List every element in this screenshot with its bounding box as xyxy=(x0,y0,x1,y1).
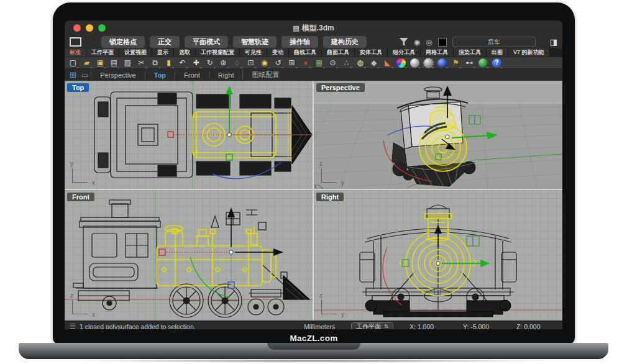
cplane-icon[interactable]: ⊙ xyxy=(328,58,337,68)
window-title: ▤模型.3dm xyxy=(65,23,562,34)
lock-icon[interactable]: ◆ xyxy=(369,58,378,68)
pan-hand-icon[interactable]: ✚ xyxy=(191,58,201,68)
ribbon-tab-bar: 标准工作平面设置视图显示选取工作视窗配置可见性变动曲线工具曲面工具实体工具细分工… xyxy=(65,48,562,57)
viewport-layout-icon[interactable]: ⊞ xyxy=(287,58,296,68)
mode-toggle-button[interactable]: 智慧轨迹 xyxy=(233,36,277,48)
zoom-extents-icon[interactable]: ↺ xyxy=(273,58,283,68)
main-toolbar: ▢▰▣▤▨✂⧉▮↶✚↻⊕◌⊡◉↺⊞●▦⊙∴◍◆◣⚑⊷? xyxy=(65,57,562,69)
render-sphere-icon[interactable] xyxy=(410,58,419,68)
zoom-window-icon[interactable]: ⊡ xyxy=(246,58,255,68)
chevron-updown-icon: ⇅ xyxy=(384,324,388,329)
mode-toggle-button[interactable]: 平面模式 xyxy=(185,36,228,48)
material-sphere-icon[interactable] xyxy=(437,58,447,68)
hierarchy-icon[interactable]: ⊷ xyxy=(465,58,474,68)
ribbon-tab[interactable]: 渲染工具 xyxy=(454,48,487,57)
coord-x[interactable]: X: 1.000 xyxy=(410,323,447,330)
copy-icon[interactable]: ⧉ xyxy=(150,58,160,68)
single-viewport-icon[interactable]: ▭ xyxy=(81,71,88,80)
axis-indicator-right: z y xyxy=(321,300,337,314)
ribbon-tab[interactable]: 可见性 xyxy=(240,48,267,57)
viewport-tab[interactable]: Front xyxy=(175,71,209,79)
model-right-view[interactable] xyxy=(314,190,562,321)
cut-icon[interactable]: ✂ xyxy=(137,58,146,68)
viewport-tab-bar: ⊞ ▭ PerspectiveTopFrontRight图纸配置 xyxy=(65,69,562,81)
model-top-view[interactable] xyxy=(65,81,313,189)
paste-icon[interactable]: ▮ xyxy=(164,58,173,68)
zoom-selected-icon[interactable]: ◉ xyxy=(260,58,269,68)
undo-icon[interactable]: ↶ xyxy=(178,58,187,68)
print-icon[interactable]: ▤ xyxy=(109,58,119,68)
rotate-view-icon[interactable]: ↻ xyxy=(205,58,214,68)
earth-icon[interactable] xyxy=(478,58,488,68)
viewport-perspective-label[interactable]: Perspective xyxy=(316,83,365,92)
ribbon-tab[interactable]: V7 的新功能 xyxy=(508,48,550,57)
shaded-view-icon[interactable]: ◣ xyxy=(383,58,392,68)
color-swatch[interactable] xyxy=(438,38,447,47)
new-file-icon[interactable]: ▢ xyxy=(68,58,78,68)
render-region-icon[interactable] xyxy=(424,58,433,68)
ribbon-tab[interactable]: 曲面工具 xyxy=(322,48,355,57)
viewport-tab[interactable]: Perspective xyxy=(91,71,144,79)
viewport-perspective[interactable]: Perspective xyxy=(314,81,562,189)
car-icon[interactable]: ● xyxy=(301,58,310,68)
filter-input[interactable] xyxy=(452,37,536,47)
mode-toggle-button[interactable]: 建构历史 xyxy=(323,36,367,48)
save-icon[interactable]: ▣ xyxy=(96,58,105,68)
cplane-dropdown[interactable]: 工作平面 ⇅ xyxy=(351,322,393,329)
panel-icon[interactable] xyxy=(70,37,81,47)
axis-indicator-front: z x xyxy=(72,300,88,314)
laptop-shadow xyxy=(75,359,553,363)
sidebar-toggle-icon[interactable]: ◨ xyxy=(550,38,557,46)
zoom-in-icon[interactable]: ⊕ xyxy=(219,58,228,68)
ribbon-tab[interactable]: 曲线工具 xyxy=(289,48,322,57)
ribbon-tab[interactable]: 变动 xyxy=(267,48,289,57)
target-circle-icon[interactable]: ◎ xyxy=(426,39,432,46)
viewport-tab[interactable]: 图纸配置 xyxy=(242,70,288,80)
viewport-right[interactable]: Right xyxy=(314,190,562,321)
ribbon-tab[interactable]: 实体工具 xyxy=(355,48,388,57)
viewport-front[interactable]: Front xyxy=(65,190,313,321)
viewport-area: Top xyxy=(65,81,562,321)
viewport-front-label[interactable]: Front xyxy=(67,193,94,201)
viewport-top-label[interactable]: Top xyxy=(67,83,89,92)
mode-toggle-button[interactable]: 正交 xyxy=(150,36,180,48)
ribbon-tab[interactable]: 设置视图 xyxy=(119,48,152,57)
points-icon[interactable]: ∴ xyxy=(342,58,351,68)
selection-filter-icon[interactable] xyxy=(400,38,408,46)
model-perspective-view[interactable] xyxy=(314,81,562,189)
axis-indicator-perspective: z y x xyxy=(321,168,337,183)
viewport-tab[interactable]: Right xyxy=(209,71,243,79)
ribbon-tab[interactable]: 细分工具 xyxy=(388,48,421,57)
open-file-icon[interactable]: ▰ xyxy=(82,58,91,68)
ribbon-tab[interactable]: 选取 xyxy=(174,48,196,57)
annotate-page-icon[interactable]: ▨ xyxy=(123,58,132,68)
document-icon: ▤ xyxy=(293,24,299,32)
laptop-brand-text: MacZL.com xyxy=(53,334,575,343)
ribbon-tab[interactable]: 出图 xyxy=(487,48,508,57)
coord-z[interactable]: Z: 0.000 xyxy=(516,323,554,330)
light-icon[interactable]: ◍ xyxy=(355,58,365,68)
coord-y[interactable]: Y: -5.000 xyxy=(463,323,500,330)
ribbon-tab[interactable]: 标准 xyxy=(65,48,86,57)
four-viewport-icon[interactable]: ⊞ xyxy=(70,70,76,80)
map-icon[interactable]: ▦ xyxy=(314,58,324,68)
units-label[interactable]: Millimeters xyxy=(304,323,335,330)
viewport-right-label[interactable]: Right xyxy=(316,193,344,201)
record-dot-icon[interactable]: ◉ xyxy=(414,39,420,46)
rhino-app-window: ▤模型.3dm 锁定格点正交平面模式智慧轨迹操作轴建构历史 ◉ ◎ ◨ 标准工作… xyxy=(65,20,562,329)
history-list-icon[interactable]: ☰ xyxy=(70,322,76,329)
ribbon-tab[interactable]: 网格工具 xyxy=(421,48,454,57)
color-wheel-icon[interactable] xyxy=(396,58,406,68)
ribbon-tab[interactable]: 工作视窗配置 xyxy=(196,48,240,57)
mode-toggle-button[interactable]: 锁定格点 xyxy=(101,36,145,48)
viewport-top[interactable]: Top xyxy=(65,81,313,189)
ribbon-tab[interactable]: 显示 xyxy=(152,48,174,57)
zoom-dynamic-icon[interactable]: ◌ xyxy=(232,58,242,68)
ribbon-tab[interactable]: 工作平面 xyxy=(86,48,119,57)
model-front-view[interactable] xyxy=(65,190,313,321)
viewport-tab[interactable]: Top xyxy=(145,71,175,79)
status-right: Millimeters 工作平面 ⇅ X: 1.000 Y: -5.000 Z:… xyxy=(304,322,554,329)
help-icon[interactable]: ? xyxy=(492,58,501,68)
flag-icon[interactable]: ⚑ xyxy=(451,58,460,68)
mode-toggle-button[interactable]: 操作轴 xyxy=(281,36,318,48)
